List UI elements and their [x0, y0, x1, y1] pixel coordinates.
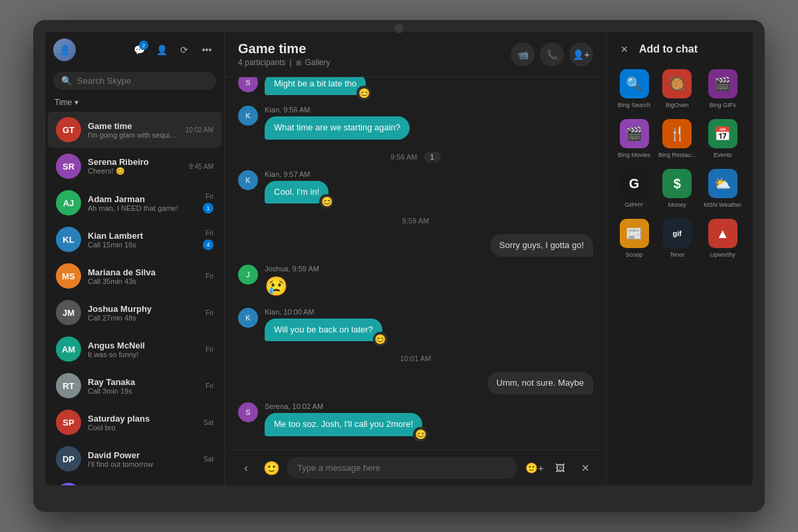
message-group-incoming: JJoshua, 9:59 AM😢 — [238, 265, 593, 300]
messages-area: SSerena, 9:54 AMYep, I'm in!😊SMight be a… — [225, 77, 606, 450]
emoji-button[interactable]: 🙂 — [263, 460, 280, 476]
app-item-bing-movies[interactable]: 🎬Bing Movies — [616, 116, 652, 161]
user-avatar[interactable]: 👤 — [53, 39, 76, 61]
app-item-giphy[interactable]: GGIPHY — [616, 166, 652, 211]
chat-meta: Fri — [205, 382, 213, 390]
chat-item-david-power[interactable]: DP David Power I'll find out tomorrow Sa… — [48, 441, 221, 477]
app-icon: G — [620, 169, 649, 198]
chat-item-ray-tanaka[interactable]: RT Ray Tanaka Call 3min 19s Fri — [48, 368, 221, 404]
contacts-icon[interactable]: 👤 — [152, 41, 171, 59]
chat-time: 10:02 AM — [186, 126, 213, 134]
app-item-bing-gifs[interactable]: 🎬Bing GIFs — [703, 66, 743, 111]
app-item-events[interactable]: 📅Events — [703, 116, 743, 161]
chat-preview: Call 27min 48s — [88, 314, 199, 322]
sticker-button[interactable]: 🙂+ — [524, 458, 545, 479]
timestamp: 10:01 AM — [238, 354, 593, 362]
app-item-tenor[interactable]: gifTenor — [657, 216, 698, 261]
panel-title: Add to chat — [639, 43, 698, 55]
divider: | — [289, 58, 291, 67]
search-input[interactable] — [77, 76, 208, 86]
chat-meta: Sat — [203, 456, 213, 463]
chat-item-saturday-plans[interactable]: SP Saturday plans Cool bro Sat — [48, 404, 221, 440]
app-item-money[interactable]: $Money — [657, 166, 698, 211]
close-panel-button[interactable]: ✕ — [616, 41, 632, 57]
more-icon[interactable]: ••• — [198, 41, 216, 59]
notification-badge: 2 — [139, 41, 148, 50]
audio-call-button[interactable]: 📞 — [540, 43, 564, 66]
chat-avatar: RT — [56, 373, 81, 398]
chat-preview: Cheers! 😊 — [88, 167, 182, 176]
panel-header: ✕ Add to chat — [616, 41, 743, 57]
message-bubble: What time are we starting again? — [265, 116, 410, 139]
message-bubble: Might be a bit late tho — [265, 77, 366, 95]
chat-preview: I'll find out tomorrow — [88, 460, 197, 468]
laptop-frame: 👤 💬 2 👤 ⟳ ••• 🔍 Time ▾ — [33, 20, 765, 512]
chat-item-game-time[interactable]: GT Game time I'm going glam with sequins… — [48, 112, 221, 148]
app-icon: 🍴 — [662, 119, 692, 148]
add-participant-button[interactable]: 👤+ — [569, 43, 593, 66]
app-name: Bing Movies — [618, 152, 650, 158]
message-content: Serena, 10:02 AMMe too soz. Josh, I'll c… — [265, 402, 422, 438]
app-name: Bing Search — [618, 102, 650, 108]
time-filter[interactable]: Time ▾ — [45, 95, 224, 111]
chat-info: Ray Tanaka Call 3min 19s — [88, 377, 199, 395]
chat-time: Sat — [203, 419, 213, 426]
message-with-reaction: What time are we starting again? — [265, 116, 410, 139]
bubble-wrap: Will you be back on later?😊 — [265, 319, 382, 344]
message-bubble: Sorry guys, I gotta go! — [490, 234, 593, 257]
chat-meta: Fri 1 — [203, 193, 213, 213]
app-icon: 📰 — [620, 219, 649, 248]
back-button[interactable]: ‹ — [235, 458, 257, 479]
app-item-scoop[interactable]: 📰Scoop — [616, 216, 652, 261]
app-icon: 🎬 — [708, 69, 737, 98]
sender-time: Joshua, 9:59 AM — [265, 265, 319, 273]
app-icon: gif — [662, 219, 692, 248]
chat-item-joshua-murphy[interactable]: JM Joshua Murphy Call 27min 48s Fri — [48, 295, 221, 331]
chat-item-angus-mcneil[interactable]: AM Angus McNeil It was so funny! Fri — [48, 331, 221, 367]
chat-avatar: AM — [56, 336, 81, 362]
app-item-upworthy[interactable]: ▲Upworthy — [703, 216, 743, 261]
app-item-bing-search[interactable]: 🔍Bing Search — [616, 66, 652, 111]
laptop-screen: 👤 💬 2 👤 ⟳ ••• 🔍 Time ▾ — [45, 32, 753, 485]
sidebar-header-icons: 💬 2 👤 ⟳ ••• — [130, 41, 216, 59]
chat-preview: Cool bro — [88, 424, 197, 432]
chat-item-adam-jarman[interactable]: AJ Adam Jarman Ah man, I NEED that game!… — [48, 185, 221, 221]
app-item-bigoven[interactable]: 🥘BigOven — [657, 66, 698, 111]
message-avatar: S — [238, 402, 258, 422]
chat-info: David Power I'll find out tomorrow — [88, 450, 197, 468]
app-item-msn-weather[interactable]: ⛅MSN Weather — [703, 166, 743, 211]
chat-info: Adam Jarman Ah man, I NEED that game! — [88, 194, 196, 212]
bubble-wrap: Cool. I'm in!😊 — [265, 181, 329, 206]
sender-time: Serena, 10:02 AM — [265, 402, 422, 410]
app-item-bing-restau...[interactable]: 🍴Bing Restau... — [657, 116, 698, 161]
message-group-outgoing: Sorry guys, I gotta go! — [238, 234, 593, 257]
chat-item-kian-lambert[interactable]: KL Kian Lambert Call 15min 16s Fri 4 — [48, 221, 221, 257]
app-icon: 🥘 — [662, 69, 692, 98]
chat-item-mariana-de-silva[interactable]: MS Mariana de Silva Call 35min 43s Fri — [48, 258, 221, 294]
new-chat-icon[interactable]: 💬 2 — [130, 41, 148, 59]
chat-avatar: DP — [56, 446, 81, 471]
app-icon: ▲ — [708, 219, 737, 248]
message-input[interactable] — [287, 457, 517, 479]
emoji-message: 😢 — [265, 275, 319, 297]
settings-icon[interactable]: ⟳ — [175, 41, 194, 59]
header-actions: 📹 📞 👤+ — [511, 43, 593, 66]
chat-list: GT Game time I'm going glam with sequins… — [45, 111, 224, 485]
chevron-down-icon: ▾ — [74, 98, 78, 107]
chat-item-dianne-stephens[interactable]: DS Dianne Stephens Awwwww Mon — [48, 477, 221, 485]
message-group-incoming: SSerena, 10:02 AMMe too soz. Josh, I'll … — [238, 402, 593, 438]
participants-text: 4 participants — [238, 58, 285, 67]
message-bubble: Will you be back on later? — [265, 319, 382, 341]
sidebar: 👤 💬 2 👤 ⟳ ••• 🔍 Time ▾ — [45, 32, 225, 485]
sender-time: Kian, 9:56 AM — [265, 106, 410, 114]
unread-badge: 1 — [203, 203, 213, 213]
chat-name: Angus McNeil — [88, 340, 199, 350]
chat-item-serena-ribeiro[interactable]: SR Serena Ribeiro Cheers! 😊 9:45 AM — [48, 148, 221, 184]
app-icon: 🔍 — [620, 69, 649, 98]
gallery-icon: ⊞ — [296, 59, 301, 66]
video-call-button[interactable]: 📹 — [511, 43, 535, 66]
close-input-button[interactable]: ✕ — [575, 458, 596, 479]
message-with-reaction: Me too soz. Josh, I'll call you 2more!😊 — [265, 413, 422, 436]
attachment-button[interactable]: 🖼 — [549, 458, 571, 479]
timestamp: 9:59 AM — [238, 217, 593, 225]
